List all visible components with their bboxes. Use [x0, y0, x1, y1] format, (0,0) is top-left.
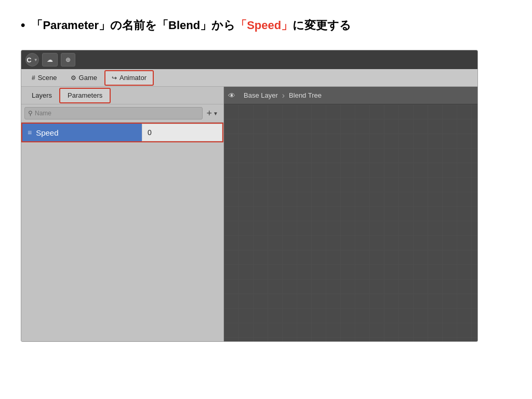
sub-tabs: Layers Parameters [21, 87, 223, 104]
add-icon: + [207, 108, 212, 119]
search-input-wrap: ⚲ [24, 107, 203, 119]
param-value-label: 0 [148, 128, 152, 137]
breadcrumb-bar: 👁 Base Layer › Blend Tree [224, 87, 477, 104]
scene-icon: # [32, 74, 35, 82]
shield-button[interactable]: ⊕ [61, 53, 75, 66]
tab-scene-label: Scene [38, 74, 57, 82]
param-name-label: Speed [36, 128, 58, 137]
instruction-after: に変更する [292, 17, 351, 34]
breadcrumb-blend-tree[interactable]: Blend Tree [285, 91, 326, 99]
shield-icon: ⊕ [65, 56, 71, 63]
instruction-text: • 「Parameter」の名前を「Blend」から 「Speed」 に変更する [21, 16, 511, 34]
animator-icon: ↪ [112, 74, 117, 82]
cloud-button[interactable]: ☁ [42, 53, 58, 66]
account-button[interactable]: C ▼ [25, 53, 39, 66]
search-input[interactable] [35, 110, 199, 117]
left-panel: Layers Parameters ⚲ + ▼ [21, 87, 224, 341]
add-chevron-icon: ▼ [213, 111, 218, 116]
right-panel: 👁 Base Layer › Blend Tree [224, 87, 477, 341]
tab-scene[interactable]: # Scene [25, 70, 63, 86]
param-name-area: ≡ Speed [22, 124, 142, 141]
cloud-icon: ☁ [47, 56, 53, 63]
hamburger-icon: ≡ [28, 128, 32, 137]
parameter-list: ≡ Speed 0 [21, 123, 223, 341]
tab-game[interactable]: ⚙ Game [64, 70, 103, 86]
toolbar: C ▼ ☁ ⊕ [21, 50, 477, 69]
param-value-area[interactable]: 0 [142, 124, 222, 141]
account-chevron-icon: ▼ [34, 58, 38, 62]
breadcrumb-base-layer[interactable]: Base Layer [240, 91, 282, 99]
bullet: • [21, 16, 25, 34]
unity-window: C ▼ ☁ ⊕ # Scene ⚙ Game ↪ Animator [21, 50, 478, 342]
sub-tab-layers-label: Layers [32, 91, 52, 99]
account-icon: C [26, 56, 31, 64]
game-icon: ⚙ [71, 74, 76, 82]
sub-tab-layers[interactable]: Layers [24, 88, 59, 103]
grid-canvas [224, 104, 477, 341]
tab-animator[interactable]: ↪ Animator [104, 70, 154, 86]
parameter-item-speed[interactable]: ≡ Speed 0 [21, 123, 223, 142]
instruction-before: 「Parameter」の名前を「Blend」から [31, 17, 235, 34]
tab-animator-label: Animator [119, 74, 147, 82]
search-bar: ⚲ + ▼ [21, 104, 223, 123]
sub-tab-parameters-label: Parameters [68, 91, 102, 99]
page-wrapper: • 「Parameter」の名前を「Blend」から 「Speed」 に変更する… [0, 0, 532, 357]
tab-game-label: Game [79, 74, 97, 82]
add-parameter-button[interactable]: + ▼ [205, 108, 220, 119]
search-icon: ⚲ [28, 110, 33, 117]
eye-icon: 👁 [228, 91, 235, 100]
sub-tab-parameters[interactable]: Parameters [59, 88, 111, 103]
main-area: Layers Parameters ⚲ + ▼ [21, 87, 477, 341]
tab-row: # Scene ⚙ Game ↪ Animator [21, 69, 477, 87]
instruction-highlight: 「Speed」 [235, 17, 292, 34]
